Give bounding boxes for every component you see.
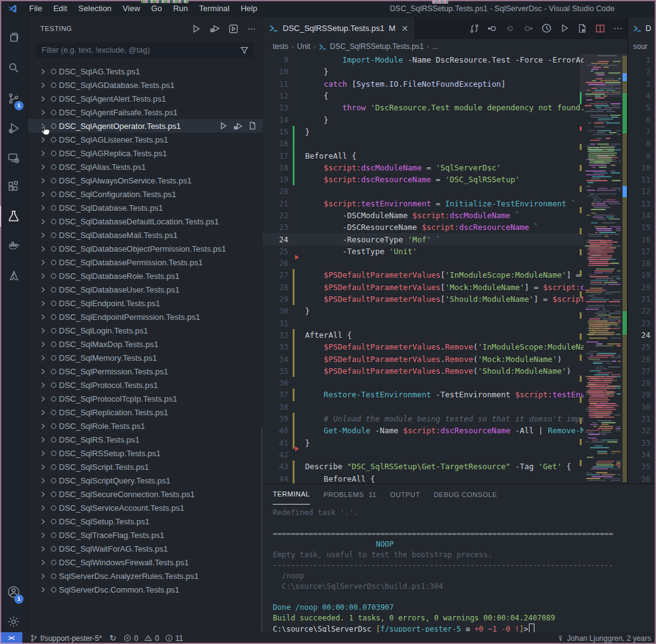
chevron-right-icon[interactable] <box>38 545 48 552</box>
minimap[interactable] <box>583 54 622 483</box>
menu-help[interactable]: Help <box>235 0 263 17</box>
test-item[interactable]: DSC_SqlDatabaseDefaultLocation.Tests.ps1 <box>28 214 263 228</box>
test-item[interactable]: DSC_SqlMemory.Tests.ps1 <box>28 351 263 364</box>
chevron-right-icon[interactable] <box>38 177 48 184</box>
code-line[interactable]: 25 -TestType 'Unit' <box>263 245 583 257</box>
chevron-right-icon[interactable] <box>38 164 48 170</box>
code-line[interactable]: 39 # Unload the module being tested so t… <box>263 413 583 425</box>
code-line[interactable]: 34 $PSDefaultParameterValues.Remove('Moc… <box>263 353 583 364</box>
test-item[interactable]: DSC_SqlScriptQuery.Tests.ps1 <box>28 474 263 487</box>
test-item[interactable]: DSC_SqlDatabaseRole.Tests.ps1 <box>28 269 263 283</box>
code-line[interactable]: 26 <box>263 257 583 269</box>
test-item[interactable]: SqlServerDsc.Common.Tests.ps1 <box>28 583 263 596</box>
test-item[interactable]: DSC_SqlDatabasePermission.Tests.ps1 <box>28 255 263 269</box>
go-to-test-icon[interactable] <box>248 121 257 131</box>
code-line[interactable]: 28 $PSDefaultParameterValues['Mock:Modul… <box>263 281 583 293</box>
code-line[interactable]: 37 Restore-TestEnvironment -TestEnvironm… <box>263 389 583 400</box>
test-item[interactable]: DSC_SqlAGDatabase.Tests.ps1 <box>28 78 263 92</box>
tab-dsc-sqlrssetup-tests[interactable]: DSC_SqlRSSetup.Tests.ps1 M ✕ <box>263 17 415 39</box>
run-file-icon[interactable] <box>577 24 587 33</box>
code-line[interactable]: 15} <box>263 126 583 138</box>
chevron-right-icon[interactable] <box>38 368 48 375</box>
test-item[interactable]: DSC_SqlRole.Tests.ps1 <box>28 419 263 433</box>
open-changes-icon[interactable] <box>469 24 479 33</box>
chevron-right-icon[interactable] <box>38 491 48 498</box>
chevron-right-icon[interactable] <box>38 395 48 402</box>
chevron-right-icon[interactable] <box>38 245 48 252</box>
breadcrumb-item[interactable]: DSC_SqlRSSetup.Tests.ps1 <box>330 42 423 51</box>
panel-tab-problems[interactable]: PROBLEMS11 <box>324 484 377 505</box>
menu-file[interactable]: File <box>24 0 48 17</box>
chevron-right-icon[interactable] <box>38 423 48 430</box>
breadcrumb-item[interactable]: tests <box>273 42 288 51</box>
chevron-right-icon[interactable] <box>38 218 48 225</box>
chevron-right-icon[interactable] <box>38 95 48 102</box>
terminal-output[interactable]: Redefined task '.'. ====================… <box>273 508 655 632</box>
chevron-right-icon[interactable] <box>38 205 48 211</box>
code-line[interactable]: 20 <box>263 185 583 197</box>
test-item[interactable]: DSC_SqlAgentFailsafe.Tests.ps1 <box>28 105 263 119</box>
test-item[interactable]: DSC_SqlSecureConnection.Tests.ps1 <box>28 487 263 501</box>
code-line[interactable]: 14 } <box>263 113 583 125</box>
remote-explorer-icon[interactable] <box>0 144 27 172</box>
code-line[interactable]: 24 -ResourceType 'Mof' ` <box>263 233 583 245</box>
test-item[interactable]: DSC_SqlMaxDop.Tests.ps1 <box>28 337 263 351</box>
test-item[interactable]: DSC_SqlDatabaseUser.Tests.ps1 <box>28 283 263 296</box>
test-item[interactable]: DSC_SqlAlias.Tests.ps1 <box>28 160 263 174</box>
code-line[interactable]: 22 -DSCModuleName $script:dscModuleName … <box>263 210 583 221</box>
code-line[interactable]: 32AfterAll { <box>263 329 583 341</box>
test-item[interactable]: DSC_SqlAG.Tests.ps1 <box>28 64 263 78</box>
test-item[interactable]: DSC_SqlAlwaysOnService.Tests.ps1 <box>28 174 263 187</box>
chevron-right-icon[interactable] <box>38 82 48 89</box>
chevron-right-icon[interactable] <box>38 300 48 307</box>
chevron-right-icon[interactable] <box>38 286 48 293</box>
breadcrumb-2[interactable]: sour <box>633 39 647 54</box>
test-item[interactable]: DSC_SqlSetup.Tests.ps1 <box>28 514 263 528</box>
chevron-right-icon[interactable] <box>38 559 48 566</box>
test-item[interactable]: DSC_SqlScript.Tests.ps1 <box>28 460 263 474</box>
split-editor-icon[interactable] <box>595 24 605 33</box>
code-line[interactable]: 29 $PSDefaultParameterValues['Should:Mod… <box>263 293 583 305</box>
chevron-right-icon[interactable] <box>38 586 48 593</box>
code-line[interactable]: 42 <box>263 449 583 461</box>
extensions-icon[interactable] <box>0 172 27 201</box>
chevron-right-icon[interactable] <box>38 382 48 389</box>
test-item[interactable]: DSC_SqlPermission.Tests.ps1 <box>28 364 263 378</box>
code-line[interactable]: 11 catch [System.IO.FileNotFoundExceptio… <box>263 78 583 90</box>
test-item[interactable]: DSC_SqlAgentAlert.Tests.ps1 <box>28 92 263 105</box>
chevron-right-icon[interactable] <box>38 532 48 539</box>
test-item[interactable]: DSC_SqlEndpointPermission.Tests.ps1 <box>28 310 263 324</box>
tab-2[interactable]: D <box>628 17 656 39</box>
test-item[interactable]: DSC_SqlAgentOperator.Tests.ps1 <box>28 119 263 133</box>
code-line[interactable]: 13 throw 'DscResource.Test module depend… <box>263 102 583 113</box>
code-editor[interactable]: 9 Import-Module -Name DscResource.Test -… <box>263 54 583 483</box>
remote-indicator[interactable]: >< <box>0 632 22 644</box>
run-all-tests-icon[interactable] <box>190 22 202 35</box>
code-line[interactable]: 27 $PSDefaultParameterValues['InModuleSc… <box>263 269 583 281</box>
code-line[interactable]: 35 $PSDefaultParameterValues.Remove('Sho… <box>263 365 583 377</box>
test-item[interactable]: DSC_SqlLogin.Tests.ps1 <box>28 324 263 337</box>
editor-more-actions-icon[interactable]: ⋯ <box>613 23 623 34</box>
code-line[interactable]: 17BeforeAll { <box>263 149 583 161</box>
panel-tab-output[interactable]: OUTPUT <box>390 484 420 505</box>
test-item[interactable]: DSC_SqlWindowsFirewall.Tests.ps1 <box>28 555 263 569</box>
test-item[interactable]: SqlServerDsc.AnalyzerRules.Tests.ps1 <box>28 569 263 583</box>
chevron-right-icon[interactable] <box>38 273 48 280</box>
chevron-right-icon[interactable] <box>38 573 48 580</box>
code-line[interactable]: 43Describe "DSC_SqlRSSetup\Get-TargetRes… <box>263 461 583 472</box>
azure-icon[interactable] <box>0 262 27 290</box>
chevron-right-icon[interactable] <box>38 436 48 443</box>
previous-revision-icon[interactable] <box>487 24 497 33</box>
test-item[interactable]: DSC_SqlAGReplica.Tests.ps1 <box>28 146 263 160</box>
code-line[interactable]: 41} <box>263 437 583 449</box>
code-line[interactable]: 21 $script:testEnvironment = Initialize-… <box>263 198 583 210</box>
menu-selection[interactable]: Selection <box>73 0 117 17</box>
chevron-right-icon[interactable] <box>38 409 48 416</box>
panel-tab-terminal[interactable]: TERMINAL <box>273 484 310 505</box>
problems-status-item[interactable]: 0 0 11 <box>123 634 183 643</box>
debug-all-tests-icon[interactable] <box>208 22 221 35</box>
test-item[interactable]: DSC_SqlDatabaseMail.Tests.ps1 <box>28 228 263 242</box>
code-line[interactable]: 30} <box>263 305 583 317</box>
more-actions-icon[interactable]: ⋯ <box>246 22 258 35</box>
code-line[interactable]: 40 Get-Module -Name $script:dscResourceN… <box>263 425 583 436</box>
